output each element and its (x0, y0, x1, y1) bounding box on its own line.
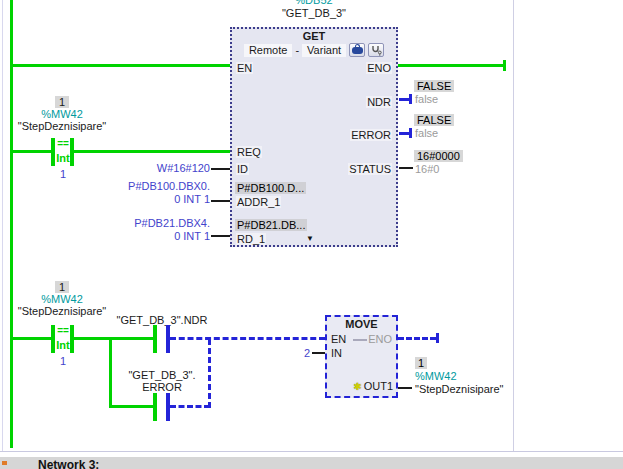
ladder-editor-canvas: %DB52 "GET_DB_3" 1 %MW42 "StepDeznisipar… (0, 0, 623, 469)
addr1-operand-line1[interactable]: P#DB100.DBX0. (100, 180, 210, 192)
rd1-operand-line1[interactable]: P#DB21.DBX4. (100, 217, 210, 229)
move-pin-eno[interactable]: ENO (367, 333, 393, 345)
error-contact-label-line2: ERROR (110, 381, 214, 393)
network-3-header[interactable]: Network 3: (0, 457, 623, 469)
status-monitor-value: 16#0 (415, 163, 439, 175)
ndr-monitor-badge[interactable]: FALSE (414, 80, 454, 92)
compare2-operand-name: "StepDeznisipare" (18, 305, 107, 317)
move-block[interactable]: MOVE EN ENO IN ✱ OUT1 (325, 315, 398, 398)
move-eno-endcap (436, 333, 439, 343)
rd1-wire (211, 235, 230, 237)
rung-req-wire-left (13, 150, 51, 153)
editor-left-border (2, 0, 3, 452)
get-configure-button[interactable] (349, 43, 365, 57)
rd1-inline-monitor: P#DB21.DB... (235, 219, 307, 231)
compare2-operand-address: %MW42 (41, 293, 83, 305)
id-wire (211, 168, 230, 170)
move-pin-in[interactable]: IN (330, 347, 343, 359)
branch-bottom-return-wire (170, 405, 210, 408)
get-mode-dash: - (295, 44, 299, 56)
get-pin-status[interactable]: STATUS (348, 163, 392, 175)
error-monitor-value: false (415, 127, 438, 139)
move-en-wire (170, 337, 325, 340)
configuration-case-icon (352, 47, 363, 54)
rung3-wire-left (13, 337, 51, 340)
compare1-operand[interactable]: 1 %MW42 "StepDeznisipare" (0, 96, 124, 132)
move-in-value[interactable]: 2 (296, 347, 310, 359)
get-pin-id[interactable]: ID (236, 163, 249, 175)
addr1-inline-monitor: P#DB100.D... (235, 182, 306, 194)
expand-block-icon[interactable]: ▼ (306, 234, 314, 243)
instance-db-name[interactable]: "GET_DB_3" (252, 7, 376, 19)
network-separator-line (0, 451, 623, 452)
instance-db-address[interactable]: %DB52 (252, 0, 376, 6)
compare1-operand-monitor-badge: 1 (55, 96, 69, 108)
move-out-row: ✱ OUT1 (353, 380, 393, 392)
status-monitor-badge[interactable]: 16#0000 (414, 150, 463, 162)
compare2-compare-value[interactable]: 1 (52, 355, 74, 367)
move-out1-wire (398, 387, 412, 389)
move-pin-out1[interactable]: OUT1 (364, 380, 393, 392)
compare1-operator: == (52, 138, 74, 150)
move-out-operand-address[interactable]: %MW42 (415, 370, 457, 382)
move-eno-wire (398, 337, 436, 340)
ndr-contact-label[interactable]: "GET_DB_3".NDR (110, 314, 214, 326)
addr1-operand-line2: 0 INT 1 (100, 193, 210, 205)
rung3-wire-mid (74, 337, 154, 340)
compare2-operand-monitor-badge: 1 (55, 281, 69, 293)
addr1-wire (211, 200, 230, 202)
network-3-label: Network 3: (38, 458, 99, 469)
rung-en-wire (13, 64, 230, 67)
move-out-monitor-badge: 1 (415, 357, 427, 369)
get-pin-error[interactable]: ERROR (350, 129, 392, 141)
ndr-monitor-value: false (415, 93, 438, 105)
error-contact-label-line1[interactable]: "GET_DB_3". (110, 369, 214, 381)
eno-wire-endcap (503, 60, 506, 71)
error-contact-left-leg[interactable] (153, 393, 157, 421)
network-marker-icon (2, 461, 7, 465)
get-pin-rd1[interactable]: RD_1 (236, 233, 266, 245)
error-wire-endcap (409, 128, 412, 138)
compare2-operator: == (52, 325, 74, 337)
compare2-operand[interactable]: 1 %MW42 "StepDeznisipare" (0, 281, 124, 317)
move-pin-en[interactable]: EN (330, 333, 347, 345)
compare1-compare-value[interactable]: 1 (52, 168, 74, 180)
power-rail (10, 0, 13, 448)
eno-wire (398, 64, 505, 67)
probe-icon (371, 45, 382, 56)
move-en-eno-link (353, 339, 367, 341)
compare1-operand-name: "StepDeznisipare" (18, 120, 107, 132)
ndr-contact-left-leg[interactable] (153, 325, 157, 353)
get-pin-en[interactable]: EN (236, 62, 253, 74)
move-out-operand-name[interactable]: "StepDeznisipare" (415, 383, 504, 395)
editor-right-border (513, 0, 514, 452)
get-pin-addr1[interactable]: ADDR_1 (236, 196, 281, 208)
id-operand-value[interactable]: W#16#120 (120, 162, 210, 174)
get-variant-dropdown[interactable]: Variant (302, 44, 346, 57)
get-pin-ndr[interactable]: NDR (366, 96, 392, 108)
status-wire (399, 167, 413, 169)
get-block[interactable]: GET Remote - Variant EN ENO NDR ERROR RE… (230, 27, 398, 247)
compare1-datatype: Int (52, 152, 74, 164)
move-block-title: MOVE (327, 318, 396, 331)
get-pin-eno[interactable]: ENO (366, 62, 392, 74)
get-block-subheader: Remote - Variant (232, 43, 396, 57)
modify-value-icon[interactable]: ✱ (353, 381, 361, 392)
rd1-operand-line2: 0 INT 1 (100, 230, 210, 242)
rung-req-wire-right (74, 150, 230, 153)
error-monitor-badge[interactable]: FALSE (414, 114, 454, 126)
compare1-operand-address: %MW42 (41, 108, 83, 120)
compare2-datatype: Int (52, 339, 74, 351)
move-in-wire (312, 352, 325, 354)
branch-bottom-wire (109, 405, 154, 408)
ndr-wire-endcap (409, 94, 412, 104)
get-block-title: GET (232, 30, 396, 43)
get-pin-req[interactable]: REQ (236, 146, 262, 158)
branch-up-wire (208, 339, 211, 408)
get-mode-dropdown[interactable]: Remote (244, 44, 293, 57)
get-diagnostics-button[interactable] (368, 43, 384, 57)
